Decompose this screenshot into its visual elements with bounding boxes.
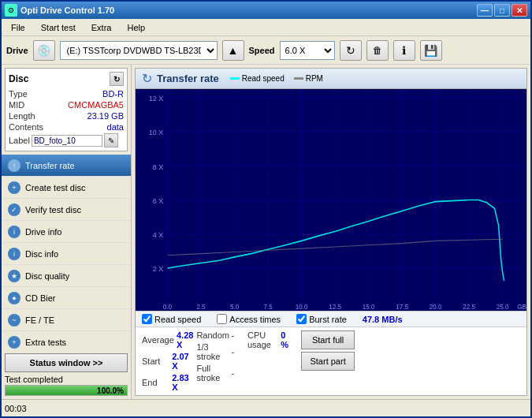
- svg-text:GB: GB: [517, 303, 526, 311]
- svg-text:6 X: 6 X: [153, 196, 164, 205]
- svg-text:10 X: 10 X: [149, 128, 164, 136]
- legend-read-speed-label: Read speed: [242, 74, 285, 83]
- stat-end: End 2.83 X: [142, 373, 193, 392]
- window-controls: — □ ✕: [477, 4, 527, 17]
- toolbar: Drive 💿 (E:) TSSTcorp DVDWBD TS-LB23D SC…: [2, 36, 530, 65]
- stat-fullstroke-value: -: [231, 368, 234, 378]
- nav-cd-bier[interactable]: ● CD Bier: [2, 287, 131, 309]
- nav-extra-tests[interactable]: + Extra tests: [2, 331, 131, 350]
- disc-type-label: Type: [9, 89, 28, 99]
- disc-type-row: Type BD-R: [9, 89, 124, 99]
- verify-test-disc-icon: ✓: [8, 203, 20, 216]
- menu-help[interactable]: Help: [121, 21, 151, 34]
- disc-contents-row: Contents data: [9, 122, 124, 132]
- stat-stroke1-label: 1/3 stroke: [196, 342, 228, 361]
- drive-icon-btn[interactable]: 💿: [33, 40, 55, 61]
- svg-text:7.5: 7.5: [263, 303, 273, 311]
- nav-drive-info[interactable]: i Drive info: [2, 221, 131, 243]
- nav-fe-te-label: FE / TE: [25, 315, 54, 325]
- close-button[interactable]: ✕: [512, 4, 527, 17]
- nav-verify-test-disc-label: Verify test disc: [25, 205, 81, 215]
- disc-refresh-btn[interactable]: ↻: [110, 72, 124, 86]
- disc-contents-value: data: [107, 122, 124, 132]
- nav-disc-info[interactable]: i Disc info: [2, 243, 131, 265]
- access-times-check-label: Access times: [229, 315, 281, 324]
- access-times-checkbox[interactable]: [217, 314, 227, 324]
- sidebar: Disc ↻ Type BD-R MID CMCMAGBA5 Length 23…: [2, 65, 132, 399]
- stat-stroke1: 1/3 stroke -: [196, 342, 244, 361]
- disc-length-label: Length: [9, 111, 35, 121]
- svg-text:0.0: 0.0: [163, 303, 173, 311]
- nav-fe-te[interactable]: ~ FE / TE: [2, 309, 131, 331]
- svg-text:5.0: 5.0: [230, 303, 240, 311]
- stat-average: Average 4.28 X: [142, 330, 193, 349]
- svg-text:12.5: 12.5: [329, 303, 341, 311]
- nav-create-test-disc[interactable]: + Create test disc: [2, 177, 131, 199]
- drive-label: Drive: [6, 46, 28, 55]
- burst-rate-check[interactable]: Burst rate: [296, 314, 347, 324]
- disc-mid-label: MID: [9, 100, 24, 110]
- erase-button[interactable]: 🗑: [366, 40, 389, 61]
- eject-button[interactable]: ▲: [222, 40, 244, 61]
- nav-create-test-disc-label: Create test disc: [25, 183, 85, 192]
- menu-start-test[interactable]: Start test: [35, 21, 82, 34]
- read-speed-checkbox[interactable]: [142, 314, 152, 324]
- nav-verify-test-disc[interactable]: ✓ Verify test disc: [2, 199, 131, 221]
- stats-area: Average 4.28 X Start 2.07 X End 2.83 X: [136, 327, 301, 395]
- start-part-button[interactable]: Start part: [301, 352, 354, 371]
- menu-file[interactable]: File: [5, 21, 32, 34]
- menu-bar: File Start test Extra Help: [2, 19, 530, 36]
- sidebar-bottom: Status window >> Test completed 100.0%: [2, 350, 131, 399]
- info-button[interactable]: ℹ: [393, 40, 415, 61]
- extra-tests-icon: +: [8, 336, 20, 349]
- start-full-button[interactable]: Start full: [301, 330, 354, 349]
- svg-text:8 X: 8 X: [153, 162, 164, 170]
- access-times-check[interactable]: Access times: [217, 314, 281, 324]
- status-time-segment: 00:03: [5, 404, 27, 413]
- disc-mid-row: MID CMCMAGBA5: [9, 100, 124, 110]
- disc-label-input[interactable]: [32, 135, 102, 147]
- nav-disc-quality-label: Disc quality: [25, 271, 69, 281]
- save-button[interactable]: 💾: [420, 40, 442, 61]
- stat-stroke1-value: -: [231, 347, 234, 356]
- disc-length-row: Length 23.19 GB: [9, 111, 124, 121]
- checkbox-row: Read speed Access times Burst rate 47.8 …: [136, 311, 526, 327]
- burst-rate-check-label: Burst rate: [309, 315, 347, 324]
- stats-container: Average 4.28 X Start 2.07 X End 2.83 X: [136, 327, 526, 395]
- legend-read-speed: Read speed: [230, 74, 285, 83]
- drive-select[interactable]: (E:) TSSTcorp DVDWBD TS-LB23D SC02: [60, 41, 218, 60]
- menu-extra[interactable]: Extra: [85, 21, 118, 34]
- status-window-button[interactable]: Status window >>: [5, 353, 128, 372]
- cd-bier-icon: ●: [8, 292, 20, 304]
- test-completed-section: Test completed 100.0%: [5, 375, 128, 396]
- speed-label: Speed: [249, 46, 275, 55]
- disc-label-edit-btn[interactable]: ✎: [104, 133, 118, 147]
- nav-extra-tests-label: Extra tests: [25, 338, 66, 347]
- disc-panel: Disc ↻ Type BD-R MID CMCMAGBA5 Length 23…: [5, 68, 128, 151]
- stat-fullstroke: Full stroke -: [196, 364, 244, 383]
- stat-average-label: Average: [142, 335, 173, 345]
- speed-select[interactable]: 6.0 X: [280, 41, 335, 60]
- disc-info-icon: i: [8, 248, 20, 260]
- stat-start: Start 2.07 X: [142, 352, 193, 371]
- read-speed-check[interactable]: Read speed: [142, 314, 201, 324]
- status-bar: 00:03: [2, 399, 530, 416]
- nav-disc-info-label: Disc info: [25, 249, 58, 259]
- window-title: Opti Drive Control 1.70: [20, 6, 477, 15]
- burst-rate-checkbox[interactable]: [296, 314, 307, 324]
- svg-text:25.0: 25.0: [497, 303, 509, 311]
- refresh-button[interactable]: ↻: [340, 40, 362, 61]
- graph-area: 12 X 10 X 8 X 6 X 4 X 2 X 0.0 2.5 5.0 7.…: [136, 89, 526, 311]
- svg-text:22.5: 22.5: [463, 303, 475, 311]
- svg-text:12 X: 12 X: [149, 94, 164, 103]
- stat-cpu-value: 0 %: [281, 330, 295, 349]
- svg-text:2 X: 2 X: [153, 264, 164, 273]
- nav-disc-quality[interactable]: ★ Disc quality: [2, 265, 131, 287]
- svg-text:10.0: 10.0: [296, 303, 308, 311]
- chart-panel: ↻ Transfer rate Read speed RPM: [135, 68, 527, 396]
- nav-transfer-rate[interactable]: ↑ Transfer rate: [2, 155, 131, 177]
- nav-transfer-rate-label: Transfer rate: [25, 161, 75, 170]
- maximize-button[interactable]: □: [494, 4, 510, 17]
- minimize-button[interactable]: —: [477, 4, 493, 17]
- nav-cd-bier-label: CD Bier: [25, 293, 56, 303]
